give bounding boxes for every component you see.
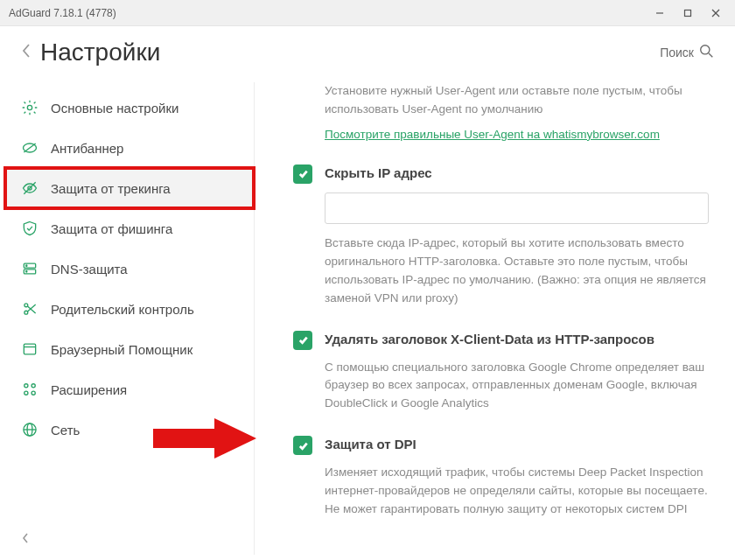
sidebar-item-label: Сеть [51,423,80,438]
svg-line-5 [709,53,712,57]
sidebar-item-network[interactable]: Сеть [5,410,254,450]
grid-icon [21,381,38,398]
gear-icon [21,99,38,116]
svg-point-14 [26,271,27,272]
setting-xclient: Удалять заголовок X-Client-Data из HTTP-… [293,331,709,414]
svg-point-13 [26,265,27,266]
titlebar: AdGuard 7.18.1 (4778) [0,0,735,26]
sidebar-item-label: Антибаннер [51,141,123,156]
svg-point-6 [27,105,32,109]
svg-point-22 [32,384,35,388]
page-title: Настройки [40,38,660,66]
search-icon [699,44,714,61]
svg-point-23 [24,391,28,395]
hide-ip-input[interactable] [325,192,709,224]
shield-icon [21,220,38,237]
sidebar-item-label: Основные настройки [51,101,178,116]
window-title: AdGuard 7.18.1 (4778) [9,7,646,19]
minimize-button[interactable] [646,2,674,24]
svg-rect-19 [24,344,35,354]
sidebar-item-label: Браузерный Помощник [51,342,192,357]
sidebar-item-extensions[interactable]: Расширения [5,369,254,410]
sidebar-item-general[interactable]: Основные настройки [5,88,254,128]
sidebar: Основные настройки Антибаннер Защита от … [0,82,254,555]
sidebar-item-label: Расширения [51,382,127,397]
dpi-checkbox[interactable] [293,436,312,455]
user-agent-description: Установите нужный User-Agent или оставьт… [325,82,709,119]
block-icon [21,139,38,157]
sidebar-item-label: Защита от трекинга [51,181,171,196]
dpi-description: Изменяет исходящий трафик, чтобы системы… [325,464,709,519]
svg-rect-1 [685,10,691,16]
setting-hide-ip: Скрыть IP адрес Вставьте сюда IP-адрес, … [293,164,709,308]
xclient-checkbox[interactable] [293,331,312,350]
search-label: Поиск [660,46,694,60]
setting-dpi: Защита от DPI Изменяет исходящий трафик,… [293,436,709,519]
sidebar-item-dns[interactable]: DNS-защита [5,248,254,289]
content-pane: Установите нужный User-Agent или оставьт… [254,82,735,555]
hide-ip-checkbox[interactable] [293,164,312,184]
search-button[interactable]: Поиск [660,44,714,61]
scissors-icon [21,300,38,318]
sidebar-item-phishing[interactable]: Защита от фишинга [5,208,254,248]
svg-point-4 [701,46,710,54]
page-header: Настройки Поиск [0,26,735,82]
globe-icon [21,421,38,438]
sidebar-item-antibanner[interactable]: Антибаннер [5,128,254,168]
hide-ip-description: Вставьте сюда IP-адрес, который вы хотит… [325,234,709,308]
collapse-sidebar-button[interactable] [21,532,30,548]
sidebar-item-label: DNS-защита [51,262,128,276]
user-agent-link[interactable]: Посмотрите правильные User-Agent на what… [325,128,660,141]
sidebar-item-label: Защита от фишинга [51,221,172,236]
svg-point-24 [32,391,35,395]
hide-ip-title: Скрыть IP адрес [325,165,432,180]
xclient-title: Удалять заголовок X-Client-Data из HTTP-… [325,332,654,346]
maximize-button[interactable] [674,2,702,24]
sidebar-item-parental[interactable]: Родительский контроль [5,289,254,329]
window-controls [646,2,730,24]
back-button[interactable] [21,43,32,63]
window-icon [21,340,38,358]
xclient-description: С помощью специального заголовка Google … [325,359,709,414]
close-button[interactable] [702,2,730,24]
svg-point-16 [24,311,28,314]
svg-point-15 [24,304,28,307]
server-icon [21,260,38,277]
sidebar-item-label: Родительский контроль [51,302,194,317]
sidebar-item-tracking[interactable]: Защита от трекинга [5,168,254,208]
svg-point-21 [24,384,28,388]
dpi-title: Защита от DPI [325,437,416,452]
sidebar-item-browser-assistant[interactable]: Браузерный Помощник [5,329,254,369]
eye-off-icon [21,179,38,197]
